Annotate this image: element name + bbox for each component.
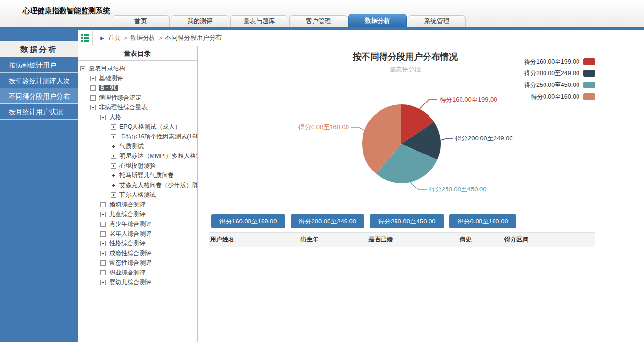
score-range-filter-row: 得分160.00至199.00 得分200.00至249.00 得分250.00…: [211, 214, 644, 228]
app-title: 心理健康指数智能监测系统: [23, 6, 110, 16]
expand-icon[interactable]: [111, 124, 116, 130]
table-header-row: 用户姓名 出生年 是否已婚 病史 得分区间: [209, 233, 595, 247]
collapse-icon[interactable]: [100, 115, 106, 120]
legend-item-250-450[interactable]: 得分250.00至450.00: [524, 79, 595, 91]
expand-icon[interactable]: [90, 76, 96, 81]
catalog-list-icon[interactable]: [78, 30, 93, 46]
breadcrumb-separator: >: [124, 34, 128, 42]
pie-label-200-249: 得分200.00至249.00: [455, 135, 513, 142]
main-panel: 按不同得分段用户分布情况 量表评分段 得分160.00至199.00 得分200…: [198, 46, 644, 342]
legend-swatch-red: [583, 58, 595, 65]
tree-node[interactable]: 人格: [78, 112, 197, 122]
tree-node[interactable]: 儿童综合测评: [78, 209, 197, 219]
sidebar-item-by-age[interactable]: 按年龄统计测评人次: [0, 73, 78, 88]
column-married: 是否已婚: [367, 233, 458, 247]
tree-node[interactable]: 菲尔人格测试: [78, 190, 197, 200]
tree-node[interactable]: EPQ人格测试（成人）: [78, 122, 197, 132]
column-birth-year: 出生年: [299, 233, 367, 247]
collapse-icon[interactable]: [90, 105, 96, 110]
expand-icon[interactable]: [100, 251, 106, 256]
pie-label-160-199: 得分160.00至199.00: [439, 96, 497, 103]
tree-node[interactable]: 病理性综合评定: [78, 93, 197, 103]
tab-my-assessments[interactable]: 我的测评: [171, 15, 229, 27]
main-nav-tabs: 首页 我的测评 量表与题库 客户管理 数据分析 系统管理: [112, 14, 467, 27]
tab-scales-question-bank[interactable]: 量表与题库: [230, 15, 288, 27]
expand-icon[interactable]: [100, 202, 106, 207]
tree-node[interactable]: 老年人综合测评: [78, 229, 197, 239]
tree-node[interactable]: 量表目录结构: [78, 64, 197, 73]
tree-node[interactable]: 艾森克人格问卷（少年版）陈仲: [78, 180, 197, 190]
expand-icon[interactable]: [111, 183, 116, 188]
tree-node[interactable]: 托马斯婴儿气质问卷: [78, 171, 197, 180]
breadcrumb-bar: ▶ 首页 > 数据分析 > 不同得分段用户分布: [78, 30, 644, 46]
scale-catalog-tree: 量表目录结构 基础测评 S - 90 病理性综合评定 非病理性综合量表 人格 E…: [78, 61, 197, 287]
tree-node[interactable]: 非病理性综合量表: [78, 103, 197, 112]
expand-icon[interactable]: [111, 192, 116, 198]
expand-icon[interactable]: [90, 95, 96, 101]
sidebar-item-by-score-range[interactable]: 不同得分段用户分布: [0, 88, 78, 104]
sidebar-item-by-disease[interactable]: 按病种统计用户: [0, 57, 78, 73]
legend-item-160-199[interactable]: 得分160.00至199.00: [524, 56, 595, 68]
column-user-name: 用户姓名: [209, 233, 299, 247]
filter-button-250-450[interactable]: 得分250.00至450.00: [370, 214, 444, 228]
expand-icon[interactable]: [100, 260, 106, 266]
legend-swatch-navy: [583, 70, 595, 77]
label-leader-line: [420, 100, 437, 109]
tree-node[interactable]: 明尼苏达（MMPI）多相人格测试: [78, 151, 197, 161]
column-score-range: 得分区间: [503, 233, 595, 247]
pie-chart-area: 按不同得分段用户分布情况 量表评分段 得分160.00至199.00 得分200…: [198, 46, 644, 211]
expand-icon[interactable]: [111, 173, 116, 178]
tab-home[interactable]: 首页: [112, 15, 170, 27]
pie-label-0-160: 得分0.00至160.00: [298, 123, 349, 131]
tree-node[interactable]: 心境投射测验: [78, 161, 197, 171]
filter-button-200-249[interactable]: 得分200.00至249.00: [291, 214, 365, 228]
expand-icon[interactable]: [111, 134, 116, 139]
breadcrumb-home[interactable]: 首页: [108, 34, 121, 42]
expand-icon[interactable]: [111, 154, 116, 159]
expand-icon[interactable]: [111, 163, 116, 169]
breadcrumb-data-analysis[interactable]: 数据分析: [130, 34, 155, 42]
sidebar-item-by-month[interactable]: 按月统计用户状况: [0, 104, 78, 120]
pie-label-250-450: 得分250.00至450.00: [429, 186, 487, 193]
tree-node[interactable]: 婴幼儿综合测评: [78, 277, 197, 287]
breadcrumb-separator: >: [158, 34, 162, 42]
tree-panel-title: 量表目录: [78, 46, 197, 61]
sidebar: 数据分析 按病种统计用户 按年龄统计测评人次 不同得分段用户分布 按月统计用户状…: [0, 30, 78, 342]
column-medical-history: 病史: [458, 233, 503, 247]
breadcrumb-arrow-icon: ▶: [100, 35, 104, 41]
expand-icon[interactable]: [100, 270, 106, 275]
chart-legend: 得分160.00至199.00 得分200.00至249.00 得分250.00…: [524, 56, 595, 103]
tree-node[interactable]: 婚姻综合测评: [78, 200, 197, 209]
legend-item-200-249[interactable]: 得分200.00至249.00: [524, 68, 595, 79]
expand-icon[interactable]: [100, 241, 106, 246]
expand-icon[interactable]: [100, 280, 106, 285]
sidebar-title: 数据分析: [0, 41, 78, 57]
tab-data-analysis[interactable]: 数据分析: [348, 14, 407, 27]
tree-node-selected[interactable]: S - 90: [78, 83, 197, 93]
tab-customer-management[interactable]: 客户管理: [289, 15, 347, 27]
filter-button-0-160[interactable]: 得分0.00至160.00: [449, 214, 516, 228]
tree-node[interactable]: 性格综合测评: [78, 239, 197, 248]
legend-swatch-salmon: [583, 93, 595, 100]
label-leader-line: [410, 182, 427, 189]
scale-catalog-panel: 量表目录 量表目录结构 基础测评 S - 90 病理性综合评定 非病理性综合量表…: [78, 46, 198, 342]
expand-icon[interactable]: [100, 222, 106, 227]
label-leader-line: [441, 138, 453, 140]
tree-node[interactable]: 卡特尔16项个性因素测试(16PF: [78, 132, 197, 141]
filter-button-160-199[interactable]: 得分160.00至199.00: [211, 214, 285, 228]
tree-node[interactable]: 常态性综合测评: [78, 258, 197, 268]
expand-icon[interactable]: [111, 144, 116, 149]
tree-node[interactable]: 气质测试: [78, 141, 197, 151]
tree-node[interactable]: 成瘾性综合测评: [78, 248, 197, 258]
collapse-icon[interactable]: [80, 66, 85, 71]
legend-item-0-160[interactable]: 得分0.00至160.00: [524, 91, 595, 103]
expand-icon[interactable]: [100, 231, 106, 237]
tab-system-management[interactable]: 系统管理: [408, 15, 466, 27]
breadcrumb-current-page: 不同得分段用户分布: [165, 34, 222, 42]
expand-icon[interactable]: [90, 86, 96, 91]
legend-swatch-teal: [583, 82, 595, 88]
expand-icon[interactable]: [100, 212, 106, 217]
tree-node[interactable]: 青少年综合测评: [78, 219, 197, 229]
tree-node[interactable]: 职业综合测评: [78, 268, 197, 277]
tree-node[interactable]: 基础测评: [78, 73, 197, 83]
